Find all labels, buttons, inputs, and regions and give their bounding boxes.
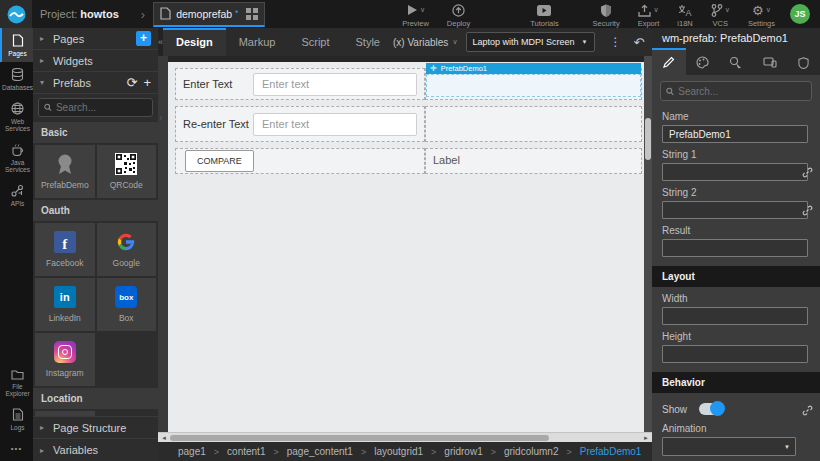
breadcrumb-gridrow1[interactable]: gridrow1 [444, 446, 482, 457]
breadcrumb-page1[interactable]: page1 [178, 446, 206, 457]
breadcrumb-page-content1[interactable]: page_content1 [287, 446, 353, 457]
refresh-prefabs-button[interactable]: ⟳ [127, 76, 138, 89]
properties-search-input[interactable] [678, 86, 806, 97]
prefab-tile-prefabdemo[interactable]: PrefabDemo [35, 145, 95, 198]
grid-cell-enter-text[interactable]: Enter Text [175, 68, 425, 100]
export-caret-icon[interactable]: ∨ [653, 6, 658, 14]
tab-design[interactable]: Design [163, 28, 226, 56]
scroll-right-arrow[interactable]: ► [642, 435, 650, 441]
horizontal-scroll-track[interactable] [168, 434, 642, 442]
enter-text-input[interactable] [253, 73, 417, 96]
wavemaker-logo[interactable] [0, 0, 32, 28]
compare-button[interactable]: COMPARE [185, 150, 254, 172]
i18n-button[interactable]: A i18N [668, 1, 701, 28]
breadcrumb-gridcolumn2[interactable]: gridcolumn2 [504, 446, 558, 457]
design-canvas[interactable]: Enter Text ✛ PrefabDemo1 [168, 56, 644, 432]
rail-item-apis[interactable]: APIs [0, 178, 33, 212]
selected-widget-header[interactable]: ✛ PrefabDemo1 [426, 63, 641, 74]
horizontal-scroll-thumb[interactable] [170, 435, 549, 441]
grid-cell-compare[interactable]: COMPARE [175, 148, 425, 174]
tab-script[interactable]: Script [288, 28, 342, 56]
pages-grid-icon[interactable] [246, 8, 258, 20]
tab-devices[interactable] [753, 48, 787, 75]
accordion-pages[interactable]: ▸ Pages + [33, 28, 158, 50]
accordion-variables[interactable]: ▸ Variables [33, 439, 158, 461]
deploy-button[interactable]: Deploy [438, 1, 479, 28]
tutorials-button[interactable]: Tutorials [521, 1, 567, 28]
active-page-selector[interactable]: demoprefab * [153, 2, 265, 27]
prefab-tile-box[interactable]: box Box [97, 278, 157, 331]
preview-caret-icon[interactable]: ∨ [420, 6, 425, 14]
reenter-text-label[interactable]: Re-enter Text [183, 118, 249, 130]
vcs-button[interactable]: ∨ VCS [702, 1, 739, 28]
prefab-tile-google[interactable]: Google [97, 223, 157, 276]
tab-events[interactable] [719, 48, 753, 75]
settings-button[interactable]: ⚙ ∨ Settings [739, 1, 784, 28]
prefab-search-input[interactable] [56, 102, 147, 113]
prefab-tile-linkedin[interactable]: in LinkedIn [35, 278, 95, 331]
result-input[interactable] [662, 239, 808, 257]
string1-bind-icon[interactable] [802, 167, 813, 178]
prefab-tile-qrcode[interactable]: QRCode [97, 145, 157, 198]
grid-cell-label[interactable]: Label [425, 148, 642, 174]
string2-bind-icon[interactable] [802, 205, 813, 216]
rail-item-logs[interactable]: Logs [0, 402, 33, 436]
breadcrumb-prefabdemo1[interactable]: PrefabDemo1 [580, 446, 642, 457]
widget-breadcrumb: page1 > content1 > page_content1 > layou… [158, 442, 652, 461]
prefab-search-box[interactable] [38, 98, 153, 117]
canvas-left-splitter[interactable]: ⁞ [158, 56, 168, 432]
reenter-text-input[interactable] [253, 113, 417, 136]
accordion-page-structure[interactable]: ▸ Page Structure [33, 417, 158, 439]
tab-properties[interactable] [652, 48, 686, 75]
preview-button[interactable]: ∨ Preview [393, 1, 438, 28]
device-selector[interactable]: Laptop with MDPI Screen ▼ [466, 32, 595, 52]
rail-item-file-explorer[interactable]: File Explorer [0, 363, 33, 402]
security-button[interactable]: Security [584, 1, 629, 28]
rail-item-java-services[interactable]: Java Services [0, 137, 33, 178]
prefab-tile-instagram[interactable]: Instagram [35, 333, 95, 386]
user-avatar[interactable]: JS [790, 4, 810, 24]
prefab-tile-facebook[interactable]: f Facebook [35, 223, 95, 276]
accordion-widgets[interactable]: ▸ Widgets [33, 50, 158, 72]
grid-cell-prefab[interactable]: ✛ PrefabDemo1 [425, 68, 642, 100]
label-widget[interactable]: Label [433, 154, 460, 166]
name-input[interactable] [662, 125, 808, 143]
string1-input[interactable] [662, 163, 808, 181]
scroll-left-arrow[interactable]: ◄ [160, 435, 168, 441]
variables-button[interactable]: (x) Variables ∨ [393, 37, 458, 48]
tab-markup[interactable]: Markup [226, 28, 289, 56]
accordion-prefabs[interactable]: ▾ Prefabs ⟳ + [33, 72, 158, 94]
prefab-widget-selection[interactable] [426, 74, 641, 97]
tab-style[interactable]: Style [343, 28, 393, 56]
rail-more-button[interactable]: ••• [0, 436, 33, 461]
height-input[interactable] [662, 345, 808, 363]
field-height: Height [652, 325, 820, 363]
rail-item-web-services[interactable]: Web Services [0, 96, 33, 137]
breadcrumb-layoutgrid1[interactable]: layoutgrid1 [374, 446, 423, 457]
tab-styles[interactable] [686, 48, 720, 75]
export-button[interactable]: ∨ Export [629, 1, 669, 28]
properties-search-box[interactable] [660, 81, 812, 101]
grid-cell-empty[interactable] [425, 106, 642, 142]
tab-security[interactable] [786, 48, 820, 75]
canvas-more-menu[interactable]: ⋮ [603, 35, 629, 49]
canvas-horizontal-scrollbar[interactable]: ◄ ► [158, 432, 652, 442]
show-toggle[interactable] [699, 403, 723, 415]
enter-text-label[interactable]: Enter Text [183, 78, 249, 90]
rail-item-pages[interactable]: Pages [0, 28, 33, 62]
vertical-scroll-thumb[interactable] [645, 118, 651, 160]
add-page-button[interactable]: + [136, 31, 151, 46]
vcs-caret-icon[interactable]: ∨ [725, 6, 730, 14]
rail-item-databases[interactable]: Databases [0, 62, 33, 96]
canvas-vertical-scrollbar[interactable] [644, 56, 652, 432]
add-prefab-button[interactable]: + [143, 76, 151, 89]
width-input[interactable] [662, 307, 808, 325]
show-bind-icon[interactable] [802, 405, 813, 416]
undo-button[interactable]: ↶ [629, 35, 650, 50]
breadcrumb-content1[interactable]: content1 [227, 446, 265, 457]
settings-caret-icon[interactable]: ∨ [766, 6, 771, 14]
string2-input[interactable] [662, 201, 808, 219]
rail-web-services-label: Web Services [2, 118, 33, 132]
animation-select[interactable]: ▼ [662, 437, 796, 456]
grid-cell-reenter-text[interactable]: Re-enter Text [175, 106, 425, 142]
